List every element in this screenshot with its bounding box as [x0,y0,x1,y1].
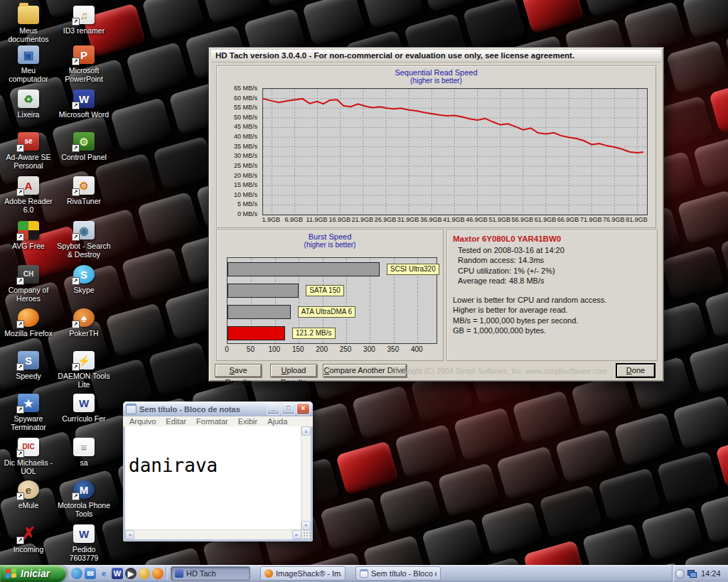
word-icon[interactable]: W [112,568,123,579]
shortcut-arrow-overlay: ↗ [16,450,24,458]
speedy-icon: S↗ [18,351,39,370]
y-axis-tick-label: 50 MB/s [234,114,257,121]
desktop-icon-curriculo-fer[interactable]: WCurrículo Fer [57,394,111,423]
desktop-icon-sa-doc[interactable]: ≡sa [57,438,111,467]
desktop-icon-meus-documentos[interactable]: Meus documentos [1,6,55,44]
taskbar-task-notepad[interactable]: Sem título - Bloco de ... [355,566,441,581]
desktop-icon-daemon-tools-lite[interactable]: ⚡↗DAEMON Tools Lite [57,351,111,389]
y-axis-tick-label: 65 MB/s [234,85,257,92]
y-axis-tick-label: 25 MB/s [234,162,257,169]
spyware-terminator-icon: ★↗ [18,394,39,412]
internet-explorer-icon[interactable]: e [98,568,109,579]
menu-formatar[interactable]: Formatar [191,416,233,426]
firefox-icon[interactable] [152,568,164,579]
close-button[interactable]: × [296,403,310,415]
icon-glyph: ⚙ [79,180,88,191]
desktop-icon-mozilla-firefox[interactable]: ↗Mozilla Firefox [1,308,55,338]
burst-axis-label: 100 [266,345,283,353]
messenger-icon[interactable] [71,568,82,579]
menu-editar[interactable]: Editar [161,416,191,426]
microsoft-word-icon: W↗ [73,90,95,108]
info-note-line: Higher is better for average read. [453,305,651,315]
menu-arquivo[interactable]: Arquivo [124,416,161,426]
desktop-icon-motorola-phone-tools[interactable]: M↗Motorola Phone Tools [57,480,111,519]
scroll-down-icon[interactable]: ▼ [301,521,311,530]
scroll-right-icon[interactable]: ► [292,530,301,539]
notepad-text-area[interactable]: danirava ▲ ▼ ◄ ► [125,426,311,539]
pokerth-icon: ♠↗ [73,308,95,327]
icon-glyph: ◉ [79,225,88,236]
burst-bar-label: ATA UltraDMA 6 [298,306,355,318]
desktop-icon-label: Motorola Phone Tools [57,501,111,519]
desktop-icon-company-of-heroes[interactable]: CH↗Company of Heroes [1,265,55,303]
desktop-icon-id3-renamer[interactable]: ♫↗ID3 renamer [57,6,111,35]
start-button[interactable]: Iniciar [0,565,66,582]
winamp-icon[interactable] [139,568,150,579]
desktop-icon-skype[interactable]: S↗Skype [57,265,111,294]
burst-bar-label: SCSI Ultra320 [387,264,439,275]
desktop-icon-rivatuner[interactable]: ⚙↗RivaTuner [57,176,111,205]
hdtach-window: HD Tach version 3.0.4.0 - For non-commer… [208,47,664,382]
info-stat-line: Average read: 48.8 MB/s [453,276,651,286]
desktop-icon-microsoft-powerpoint[interactable]: P↗Microsoft PowerPoint [57,45,111,84]
taskbar-separator [166,567,166,580]
desktop-icon-control-panel[interactable]: ⚙↗Control Panel [57,132,111,161]
windows-logo-icon [6,568,18,578]
burst-bar-3 [228,305,291,319]
media-player-icon[interactable]: ▶ [125,568,136,579]
taskbar-task-hdtach[interactable]: HD Tach [171,566,250,581]
icon-glyph: P [80,50,87,60]
maximize-button[interactable]: □ [282,403,295,415]
desktop-icon-speedy[interactable]: S↗Speedy [1,351,55,380]
menu-exibir[interactable]: Exibir [233,416,263,426]
desktop-icon-meu-computador[interactable]: ▣Meu computador [1,45,55,84]
burst-bar-4 [228,326,285,340]
scroll-up-icon[interactable]: ▲ [301,426,311,436]
firefox-icon [264,569,273,578]
notepad-titlebar[interactable]: Sem título - Bloco de notas _ □ × [123,402,313,416]
burst-speed-panel: Burst Speed (higher is better) SCSI Ultr… [216,230,444,361]
desktop-icon-lixeira[interactable]: ♻Lixeira [1,90,55,119]
desktop-icon-adobe-reader[interactable]: A↗Adobe Reader 6.0 [1,176,55,215]
icon-glyph: W [79,398,89,409]
system-tray: 14:24 [672,565,728,582]
hdtach-titlebar[interactable]: HD Tach version 3.0.4.0 - For non-commer… [211,50,661,63]
icon-glyph: W [79,94,89,104]
volume-icon[interactable] [675,569,685,578]
shortcut-arrow-overlay: ↗ [72,492,80,500]
adobe-reader-icon: A↗ [18,176,39,195]
horizontal-scrollbar[interactable]: ◄ ► [125,529,301,539]
outlook-express-icon[interactable]: ✉ [85,568,96,579]
taskbar-task-firefox[interactable]: ImageShack® - Imag... [260,566,346,581]
vertical-scrollbar[interactable]: ▲ ▼ [301,426,311,530]
menu-ajuda[interactable]: Ajuda [262,416,292,426]
desktop-icon-pokerth[interactable]: ♠↗PokerTH [57,308,111,338]
desktop-icon-ad-aware-se-personal[interactable]: se↗Ad-Aware SE Personal [1,132,55,171]
upload-results-button[interactable]: Upload Results [270,364,317,377]
resize-grip[interactable] [301,530,311,539]
desktop-icon-label: Pedido 7603779 [57,545,111,563]
mozilla-firefox-icon: ↗ [18,308,39,327]
save-results-button[interactable]: Save Results [215,364,262,377]
burst-x-labels: 050100150200250300350400 [227,345,440,354]
y-axis-tick-label: 10 MB/s [234,191,257,198]
y-axis-tick-label: 55 MB/s [234,104,257,111]
burst-axis-label: 50 [242,345,259,353]
done-button[interactable]: Done [616,364,655,377]
desktop-icon-pedido-7603779[interactable]: WPedido 7603779 [57,524,111,563]
desktop-icon-label: DAEMON Tools Lite [57,372,111,389]
desktop-icon-dic-michaelis-uol[interactable]: DIC↗Dic Michaelis - UOL [1,438,55,476]
network-icon[interactable] [687,569,697,578]
icon-glyph: e [26,485,31,495]
y-axis-tick-label: 30 MB/s [234,152,257,159]
scroll-left-icon[interactable]: ◄ [125,530,134,539]
desktop-icon-microsoft-word[interactable]: W↗Microsoft Word [57,90,111,119]
shortcut-arrow-overlay: ↗ [16,188,24,196]
desktop-icon-avg-free[interactable]: ↗AVG Free [1,221,55,250]
minimize-button[interactable]: _ [267,403,280,415]
desktop-icon-spybot-search-destroy[interactable]: ◉↗Spybot - Search & Destroy [57,221,111,259]
desktop-icon-incoming[interactable]: ✗↗Incoming [1,524,55,554]
desktop-icon-emule[interactable]: e↗eMule [1,480,55,510]
desktop-icon-spyware-terminator[interactable]: ★↗Spyware Terminator [1,394,55,432]
icon-glyph: S [80,269,87,280]
